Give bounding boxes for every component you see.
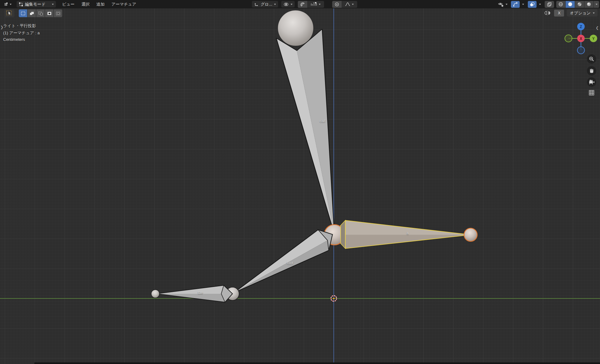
- nav-gizmo[interactable]: Z Y X: [562, 19, 600, 57]
- chevron-down-icon: [593, 12, 595, 14]
- shading-wireframe-button[interactable]: [556, 1, 565, 8]
- menu-armature[interactable]: アーマチュア: [108, 0, 140, 8]
- toolbar-expand-arrow[interactable]: ❯: [0, 25, 3, 29]
- select-mode-set-button[interactable]: [19, 9, 27, 17]
- gizmo-axis-y[interactable]: Y: [590, 35, 597, 42]
- shading-solid-button[interactable]: [566, 1, 575, 8]
- snap-increment-icon: [311, 2, 317, 7]
- eye-cursor-icon: [498, 2, 504, 7]
- svg-text:Z: Z: [580, 25, 582, 29]
- menu-view[interactable]: ビュー: [59, 0, 78, 8]
- hand-icon: [589, 68, 594, 74]
- xray-toggle[interactable]: [545, 1, 554, 8]
- tool-settings-left: [4, 9, 62, 17]
- shading-solid-icon: [568, 2, 572, 7]
- orientation-select[interactable]: グロ...: [252, 1, 278, 7]
- gizmo-axis-neg-y[interactable]: [565, 35, 572, 42]
- tweak-tool-button[interactable]: [4, 9, 14, 17]
- grid-icon: [589, 90, 594, 96]
- shading-wireframe-icon: [558, 2, 563, 7]
- edit-mode-icon: [19, 2, 23, 7]
- gizmos-dropdown[interactable]: [521, 1, 526, 8]
- bone-label-calf: calf: [320, 119, 326, 123]
- chevron-down-icon: [52, 4, 54, 5]
- gizmo-axis-x[interactable]: X: [577, 35, 585, 42]
- zoom-icon: [589, 56, 594, 62]
- overlays-icon: [530, 2, 535, 7]
- viewport-header: 編集モード ビュー 選択 追加 アーマチュア グロ...: [0, 0, 600, 8]
- mirror-x-axis-button[interactable]: X: [554, 10, 564, 17]
- tweak-tool-icon: [6, 10, 13, 16]
- chevron-down-icon: [539, 4, 541, 5]
- editor-divider[interactable]: [34, 362, 600, 364]
- overlays-dropdown[interactable]: [538, 1, 542, 8]
- chevron-down-icon: [274, 4, 276, 5]
- view-name-overlay: ライト・平行投影: [3, 23, 36, 29]
- mode-label: 編集モード: [25, 2, 50, 7]
- pivot-point-select[interactable]: [281, 1, 295, 7]
- snap-settings-dropdown[interactable]: [307, 1, 324, 8]
- svg-text:X: X: [580, 37, 582, 41]
- xray-icon: [547, 2, 552, 7]
- overlays-toggle[interactable]: [528, 1, 537, 8]
- chevron-down-icon: [522, 4, 524, 5]
- select-extend-icon: [30, 12, 34, 15]
- orientation-label: グロ...: [261, 2, 272, 7]
- select-mode-group: [19, 9, 62, 17]
- select-mode-difference-button[interactable]: [45, 9, 53, 17]
- snap-toggle[interactable]: [298, 1, 307, 8]
- chevron-down-icon: [596, 4, 598, 5]
- joint-calf-head[interactable]: [278, 10, 313, 46]
- gizmo-icon: [513, 2, 518, 7]
- transform-orientation-icon: [254, 2, 259, 7]
- shading-material-icon: [577, 2, 582, 7]
- gizmo-axis-neg-z[interactable]: [578, 47, 585, 54]
- menu-select[interactable]: 選択: [78, 0, 93, 8]
- blender-window: calf foot toe a 編集モード ビュー: [0, 0, 600, 364]
- pivot-point-icon: [283, 2, 289, 7]
- menu-add[interactable]: 追加: [93, 0, 108, 8]
- svg-text:Y: Y: [592, 37, 595, 41]
- chevron-down-icon: [10, 4, 12, 5]
- options-dropdown[interactable]: オプション: [567, 9, 598, 17]
- select-mode-subtract-button[interactable]: [36, 9, 45, 17]
- chevron-down-icon: [352, 4, 354, 5]
- pan-button[interactable]: [587, 66, 596, 76]
- camera-view-button[interactable]: [587, 77, 596, 87]
- select-mode-intersect-button[interactable]: [54, 9, 62, 17]
- joint-toe-tip[interactable]: [151, 290, 159, 298]
- falloff-select[interactable]: [342, 1, 357, 8]
- shading-rendered-button[interactable]: [584, 1, 593, 8]
- visibility-dropdown[interactable]: [497, 1, 509, 7]
- tool-settings-right: X オプション: [544, 9, 598, 17]
- proportional-editing-icon: [335, 2, 339, 7]
- chevron-down-icon: [319, 4, 321, 5]
- chevron-down-icon: [506, 4, 508, 5]
- object-info-overlay: (1) アーマチュア : a: [3, 30, 40, 36]
- select-difference-icon: [47, 12, 52, 15]
- bone-label-a: a: [407, 231, 409, 235]
- proportional-editing-toggle[interactable]: [332, 1, 342, 8]
- zoom-button[interactable]: [587, 54, 596, 64]
- camera-icon: [589, 80, 595, 85]
- chevron-down-icon: [291, 4, 292, 5]
- mode-select[interactable]: 編集モード: [17, 1, 56, 7]
- shading-material-button[interactable]: [575, 1, 584, 8]
- mirror-x-icon: [544, 10, 551, 16]
- falloff-curve-icon: [345, 2, 350, 6]
- snap-magnet-icon: [300, 2, 305, 7]
- editor-type-button[interactable]: [2, 1, 13, 7]
- joint-a-tail-selected[interactable]: [464, 228, 477, 241]
- ortho-grid-button[interactable]: [587, 88, 596, 97]
- shading-dropdown[interactable]: [594, 1, 599, 8]
- select-intersect-icon: [56, 12, 60, 15]
- gizmos-toggle[interactable]: [511, 1, 520, 8]
- select-set-icon: [21, 12, 25, 15]
- gizmo-axis-z[interactable]: Z: [577, 23, 585, 30]
- shading-rendered-icon: [587, 2, 591, 7]
- units-overlay: Centimeters: [3, 37, 25, 42]
- bone-label-foot: foot: [287, 261, 293, 265]
- select-mode-extend-button[interactable]: [28, 9, 36, 17]
- options-label: オプション: [570, 10, 591, 16]
- 3d-viewport-icon: [3, 2, 8, 7]
